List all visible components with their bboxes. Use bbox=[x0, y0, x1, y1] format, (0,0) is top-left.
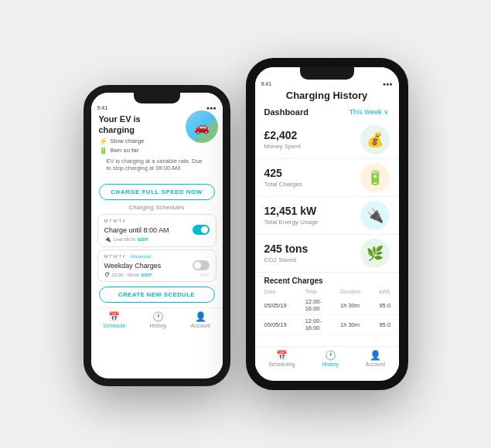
notch-left bbox=[134, 93, 180, 104]
time-1: Until 08:00 bbox=[114, 237, 136, 242]
history-nav-icon-right: 🕐 bbox=[325, 350, 336, 361]
page-title: Charging History bbox=[255, 87, 399, 106]
right-phone: 9:41 ●●● Charging History Dashboard This… bbox=[246, 58, 408, 390]
nav-account-right[interactable]: 👤 Account bbox=[366, 350, 385, 367]
edit-btn-2[interactable]: EDIT bbox=[142, 273, 152, 277]
toggle-1[interactable] bbox=[193, 225, 210, 235]
schedule-card-1: M T W T F Charge until 8:00 AM 🔌 Until 0… bbox=[97, 214, 217, 247]
nav-account-label-right: Account bbox=[366, 361, 385, 367]
ev-illustration: 🚗 bbox=[186, 110, 218, 143]
nav-history-label-left: History bbox=[150, 323, 167, 328]
table-row: 05/05/19 12:00-16:00 1h 30m 95.0 £30 bbox=[255, 296, 399, 315]
nav-account-left[interactable]: 👤 Account bbox=[191, 311, 210, 328]
toggle-2[interactable] bbox=[193, 260, 210, 270]
charge-full-button[interactable]: CHARGE FULL SPEED NOW bbox=[99, 184, 215, 200]
nav-history-right[interactable]: 🕐 History bbox=[322, 350, 339, 367]
stat-co2-value: 245 tons bbox=[264, 243, 309, 255]
battery-right: ●●● bbox=[383, 81, 393, 87]
status-bar-left: 9:41 ●●● bbox=[91, 104, 223, 110]
stat-money-value: £2,402 bbox=[264, 130, 301, 141]
bottom-nav-right: 📅 Scheduling 🕐 History 👤 Account bbox=[255, 346, 399, 368]
stat-charges-icon: 🔋 bbox=[360, 163, 390, 192]
scheduling-nav-icon: 📅 bbox=[276, 350, 288, 361]
row1-time: 12:00-16:00 bbox=[296, 296, 331, 315]
nav-scheduling-right[interactable]: 📅 Scheduling bbox=[268, 350, 295, 367]
time-left: 9:41 bbox=[97, 105, 108, 110]
row2-duration: 1h 30m bbox=[331, 315, 370, 334]
charge-type: Slow charge bbox=[111, 137, 145, 144]
col-duration: Duration bbox=[331, 287, 370, 296]
edit-btn-1[interactable]: EDIT bbox=[138, 237, 148, 242]
nav-history-label-right: History bbox=[322, 361, 339, 367]
stat-money-label: Money Spent bbox=[264, 143, 301, 150]
ev-title: Your EV is charging bbox=[99, 114, 176, 136]
plug-icon-2: ⏱ bbox=[104, 272, 110, 277]
recent-charges-title: Recent Charges bbox=[255, 273, 399, 287]
stat-energy-icon: 🔌 bbox=[360, 201, 390, 230]
stat-co2-label: CO2 Saved bbox=[264, 256, 309, 263]
nav-account-label-left: Account bbox=[191, 323, 210, 328]
row1-duration: 1h 30m bbox=[331, 296, 370, 315]
stat-charges: 425 Total Charges 🔋 bbox=[255, 159, 399, 197]
schedule-card-2: M T W T F Advanced Weekday Charges ⏱ 23:… bbox=[97, 249, 217, 282]
nav-schedule[interactable]: 📅 Schedule bbox=[103, 311, 125, 328]
row2-date: 05/05/19 bbox=[255, 315, 296, 334]
row1-date: 05/05/19 bbox=[255, 296, 296, 315]
this-week-selector[interactable]: This Week ∨ bbox=[349, 108, 390, 116]
phones-container: 9:41 ●●● Your EV is charging 🚗 ⚡ Slow ch… bbox=[84, 58, 408, 390]
nav-history-left[interactable]: 🕐 History bbox=[150, 311, 167, 328]
slow-charge-icon: ⚡ bbox=[99, 137, 107, 145]
stat-money: £2,402 Money Spent 💰 bbox=[255, 121, 399, 159]
stat-charges-value: 425 bbox=[264, 168, 302, 179]
status-bar-right: 9:41 ●●● bbox=[255, 80, 399, 87]
amount-icon: 🔋 bbox=[99, 147, 107, 154]
row2-kwh: 95.0 bbox=[370, 315, 398, 334]
days-1: M T W T F bbox=[104, 219, 126, 223]
off-label: OFF bbox=[155, 273, 210, 277]
stat-energy-label: Total Energy Usage bbox=[264, 219, 319, 226]
days-2: M T W T F bbox=[104, 254, 126, 259]
notch-right bbox=[300, 67, 354, 80]
stat-co2-icon: 🌿 bbox=[360, 239, 390, 268]
stat-co2: 245 tons CO2 Saved 🌿 bbox=[255, 235, 399, 273]
nav-schedule-label: Schedule bbox=[103, 323, 125, 328]
stat-charges-label: Total Charges bbox=[264, 181, 302, 188]
time-right: 9:41 bbox=[261, 81, 272, 87]
charge-description: EV is charging at a variable rate. Due t… bbox=[107, 158, 207, 173]
stat-energy-value: 12,451 kW bbox=[264, 205, 319, 217]
left-phone: 9:41 ●●● Your EV is charging 🚗 ⚡ Slow ch… bbox=[84, 85, 230, 386]
dashboard-label: Dashboard bbox=[264, 107, 309, 117]
plug-icon-1: 🔌 bbox=[104, 236, 111, 243]
history-nav-icon-left: 🕐 bbox=[152, 311, 164, 322]
table-row: 05/05/19 12:00-16:00 1h 30m 95.0 £30 bbox=[255, 315, 399, 334]
charges-table: Date Time Duration kWh Cost 05/05/19 12:… bbox=[255, 287, 399, 334]
account-nav-icon-left: 👤 bbox=[195, 311, 206, 322]
stat-energy: 12,451 kW Total Energy Usage 🔌 bbox=[255, 197, 399, 235]
create-schedule-button[interactable]: CREATE NEW SCEDULE bbox=[99, 287, 215, 303]
account-nav-icon-right: 👤 bbox=[370, 350, 381, 361]
advanced-tag: Advanced bbox=[130, 254, 151, 259]
row2-time: 12:00-16:00 bbox=[296, 315, 331, 334]
schedule-name-2: Weekday Charges bbox=[104, 262, 162, 270]
battery-left: ●●● bbox=[206, 105, 217, 110]
col-kwh: kWh bbox=[370, 287, 398, 296]
dashboard-header: Dashboard This Week ∨ bbox=[255, 106, 399, 118]
charge-amount: 8wn so far bbox=[111, 147, 139, 154]
stat-money-icon: 💰 bbox=[360, 125, 390, 154]
schedules-title: Charging Schedules bbox=[91, 204, 223, 211]
schedule-name-1: Charge until 8:00 AM bbox=[104, 226, 169, 234]
time-2: 23:00 - 08:00 bbox=[112, 273, 139, 277]
bottom-nav-left: 📅 Schedule 🕐 History 👤 Account bbox=[91, 307, 223, 330]
row1-kwh: 95.0 bbox=[370, 296, 398, 315]
col-time: Time bbox=[296, 287, 331, 296]
nav-scheduling-label: Scheduling bbox=[268, 361, 295, 367]
col-date: Date bbox=[255, 287, 296, 296]
schedule-nav-icon: 📅 bbox=[108, 311, 120, 322]
